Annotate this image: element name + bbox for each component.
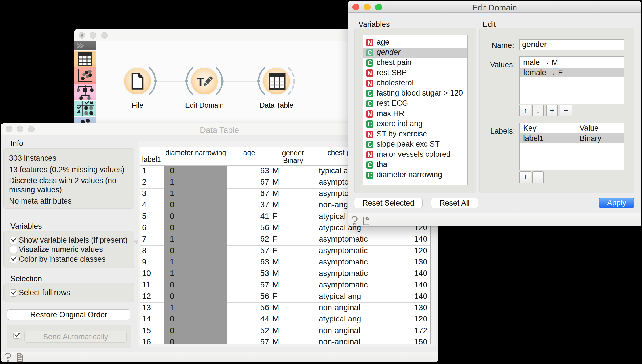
svg-text:Data Table: Data Table	[259, 101, 293, 109]
svg-text:Edit Domain: Edit Domain	[185, 101, 224, 109]
svg-text:T: T	[197, 76, 204, 89]
svg-text:File: File	[132, 101, 143, 109]
